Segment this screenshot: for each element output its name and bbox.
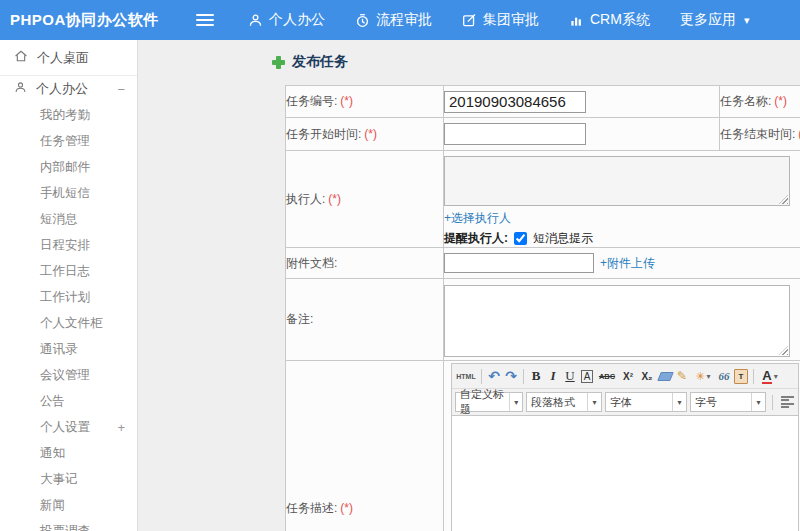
nav-label: 个人办公 <box>269 11 325 29</box>
sidebar-item-survey[interactable]: 投票调查 <box>0 518 137 531</box>
sidebar-item-internal-mail[interactable]: 内部邮件 <box>0 154 137 180</box>
sidebar: 个人桌面 个人办公 − 我的考勤 任务管理 内部邮件 手机短信 短消息 日程安排… <box>0 40 138 531</box>
undo-button[interactable]: ↶ <box>486 367 502 385</box>
font-family-select[interactable]: 字体 ▾ <box>605 392 687 412</box>
strikethrough-button[interactable]: ABC <box>596 367 618 385</box>
table-row: 执行人:(*) +选择执行人 提醒执行人: 短消息提示 <box>286 151 800 248</box>
task-description-label: 任务描述:(*) <box>286 361 444 531</box>
toolbar-separator <box>753 369 754 384</box>
underline-button[interactable]: U <box>562 367 578 385</box>
font-size-select[interactable]: 字号 ▾ <box>690 392 766 412</box>
nav-group-approval[interactable]: 集团审批 <box>462 11 539 29</box>
clipboard-icon: T <box>734 369 748 384</box>
sidebar-item-short-message[interactable]: 短消息 <box>0 206 137 232</box>
sidebar-item-label: 会议管理 <box>40 367 90 384</box>
blockquote-button[interactable]: 66 <box>716 367 732 385</box>
select-executor-link[interactable]: +选择执行人 <box>444 210 800 227</box>
sidebar-item-events[interactable]: 大事记 <box>0 466 137 492</box>
executor-label: 执行人:(*) <box>286 151 444 248</box>
eraser-icon <box>657 372 674 381</box>
font-color-button[interactable]: A ▾ <box>758 367 782 385</box>
sidebar-item-meeting-management[interactable]: 会议管理 <box>0 362 137 388</box>
sidebar-item-task-management[interactable]: 任务管理 <box>0 128 137 154</box>
format-brush-button[interactable]: ✎ <box>674 367 690 385</box>
sidebar-item-contacts[interactable]: 通讯录 <box>0 336 137 362</box>
html-source-button[interactable]: HTML <box>455 367 477 385</box>
caret-down-icon: ▾ <box>672 393 686 411</box>
sidebar-item-schedule[interactable]: 日程安排 <box>0 232 137 258</box>
toolbar-separator <box>481 369 482 384</box>
align-left-icon <box>781 396 794 408</box>
table-row: 备注: <box>286 279 800 361</box>
sidebar-item-label: 大事记 <box>40 471 78 488</box>
paste-button[interactable]: T <box>733 367 749 385</box>
start-time-input[interactable] <box>444 123 586 145</box>
nav-label: 更多应用 <box>680 11 736 29</box>
autotypeset-button[interactable]: ✳ ▾ <box>691 367 715 385</box>
table-row: 任务描述:(*) HTML ↶ ↷ B I U A <box>286 361 800 531</box>
attachment-input[interactable] <box>444 253 594 273</box>
task-number-input[interactable] <box>444 91 586 113</box>
nav-workflow-approval[interactable]: 流程审批 <box>355 11 432 29</box>
italic-button[interactable]: I <box>545 367 561 385</box>
home-icon <box>14 49 28 66</box>
expand-icon: + <box>117 420 125 435</box>
menu-toggle-button[interactable] <box>196 14 214 26</box>
subscript-button[interactable]: X₂ <box>638 367 656 385</box>
superscript-button[interactable]: X² <box>619 367 637 385</box>
paragraph-format-select[interactable]: 段落格式 ▾ <box>526 392 602 412</box>
add-task-icon <box>272 56 285 69</box>
caret-down-icon: ▾ <box>707 372 711 381</box>
nav-crm-system[interactable]: CRM系统 <box>569 11 650 29</box>
sidebar-item-personal-office[interactable]: 个人办公 − <box>0 76 137 102</box>
end-time-label: 任务结束时间:(*) <box>720 118 800 151</box>
sidebar-item-label: 通知 <box>40 445 65 462</box>
sidebar-item-file-cabinet[interactable]: 个人文件柜 <box>0 310 137 336</box>
person-icon <box>248 13 263 28</box>
page-title-text: 发布任务 <box>292 53 348 71</box>
start-time-label: 任务开始时间:(*) <box>286 118 444 151</box>
sidebar-item-work-log[interactable]: 工作日志 <box>0 258 137 284</box>
sidebar-item-news[interactable]: 新闻 <box>0 492 137 518</box>
sidebar-item-announcement[interactable]: 公告 <box>0 388 137 414</box>
executor-textarea[interactable] <box>444 156 790 206</box>
main-nav: 个人办公 流程审批 集团审批 CRM系统 更多应用 <box>248 11 749 29</box>
select-label: 自定义标题 <box>460 389 509 416</box>
sidebar-item-label: 短消息 <box>40 211 78 228</box>
align-left-button[interactable] <box>779 393 795 411</box>
sidebar-item-label: 新闻 <box>40 497 65 514</box>
caret-down-icon: ▾ <box>751 393 765 411</box>
sidebar-item-label: 个人办公 <box>36 80 88 98</box>
app-window: PHPOA协同办公软件 个人办公 流程审批 集团审批 <box>0 0 800 531</box>
sidebar-item-personal-settings[interactable]: 个人设置 + <box>0 414 137 440</box>
eraser-button[interactable] <box>657 367 673 385</box>
remind-executor-label: 提醒执行人: <box>444 230 508 247</box>
resize-handle-icon[interactable] <box>779 195 788 204</box>
sidebar-item-label: 个人文件柜 <box>40 315 103 332</box>
sidebar-item-work-plan[interactable]: 工作计划 <box>0 284 137 310</box>
attachment-upload-link[interactable]: +附件上传 <box>600 255 655 272</box>
remark-textarea[interactable] <box>444 285 790 357</box>
nav-more-apps[interactable]: 更多应用 ▾ <box>680 11 750 29</box>
sidebar-item-notification[interactable]: 通知 <box>0 440 137 466</box>
chart-icon <box>569 13 584 28</box>
sidebar-item-label: 公告 <box>40 393 65 410</box>
rich-text-editor: HTML ↶ ↷ B I U A ABC X² X₂ <box>451 363 799 531</box>
sms-remind-checkbox[interactable] <box>514 232 527 245</box>
redo-button[interactable]: ↷ <box>503 367 519 385</box>
font-border-button[interactable]: A <box>579 367 595 385</box>
custom-title-select[interactable]: 自定义标题 ▾ <box>455 392 523 412</box>
table-row: 附件文档: +附件上传 <box>286 248 800 279</box>
sidebar-item-label: 工作计划 <box>40 289 90 306</box>
nav-personal-office[interactable]: 个人办公 <box>248 11 325 29</box>
resize-handle-icon[interactable] <box>779 346 788 355</box>
bold-button[interactable]: B <box>528 367 544 385</box>
sidebar-item-mobile-sms[interactable]: 手机短信 <box>0 180 137 206</box>
caret-down-icon: ▾ <box>587 393 601 411</box>
magic-wand-icon: ✳ <box>695 370 704 383</box>
editor-content-area[interactable] <box>452 416 798 531</box>
sidebar-item-label: 手机短信 <box>40 185 90 202</box>
sidebar-item-attendance[interactable]: 我的考勤 <box>0 102 137 128</box>
sidebar-item-desktop[interactable]: 个人桌面 <box>0 40 137 76</box>
select-label: 字号 <box>695 395 717 410</box>
